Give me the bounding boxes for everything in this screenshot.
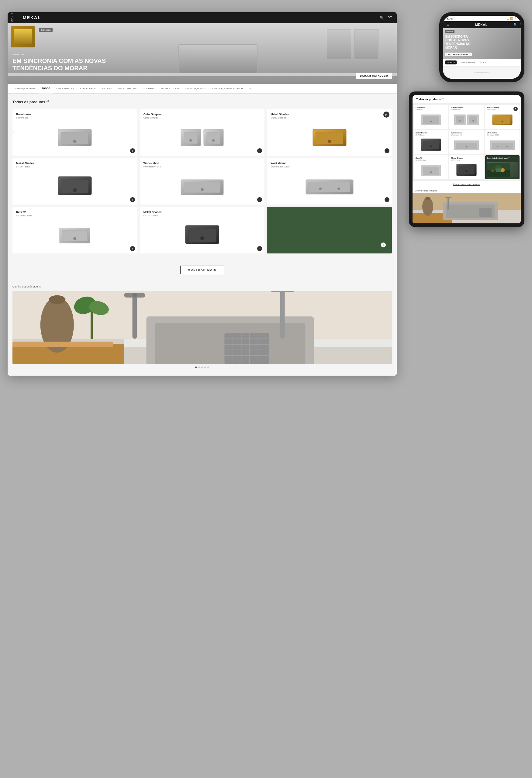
svg-point-110 [425,197,431,200]
gallery-dot-4[interactable] [204,367,206,368]
tablet-product-sub: LR 50 R3 Reta [415,159,446,161]
tablet-product-special[interactable]: Quer Mais Exclusividade? [485,155,520,179]
tab-todos[interactable]: TODOS [39,84,53,93]
svg-rect-108 [445,197,451,198]
add-to-compare-button[interactable]: + [130,246,135,251]
tablet-product-workstation-840[interactable]: Workstation Workstation 840 [449,130,484,154]
phone-hero-badge: Seriadas [445,30,454,33]
tablet-gallery-label: Confira outras imagens [412,188,521,193]
tablet-special-image [487,162,518,177]
tablet-product-mekal-shades-dark2[interactable]: Mekal Shades LR 70 Titânio [449,155,484,179]
gallery-image [12,291,392,364]
product-card-farmhouse[interactable]: F Farmhouse Farmhouse [12,109,137,156]
hero-thumbnail-inner [14,29,32,45]
product-name: Cuba Simples [144,113,261,116]
gallery-dot-3[interactable] [201,367,203,368]
product-image [271,122,388,152]
phone-download-catalog-button[interactable]: BAIXAR CATÁLOGO ↓ [445,53,472,56]
tab-reta-r3[interactable]: RETA R3 [99,84,115,93]
product-card-mekal-shades-titanio[interactable]: Mekal Shades LR 70 Titânio [12,158,137,205]
tablet-product-farmhouse[interactable]: Farmhouse Farmhouse [414,105,448,129]
tablet-product-name: Workstation [487,132,518,134]
hero-countertop [8,73,397,76]
tablet-product-reta-r3[interactable]: Reta R3 LR 50 R3 Reta [414,155,448,179]
add-to-compare-button[interactable]: + [130,148,135,153]
tab-cuba-dupla[interactable]: CUBA DUPLA [77,84,99,93]
product-card-workstation-1260[interactable]: Workstation Workstation 1260 [267,158,392,205]
add-to-compare-button[interactable]: + [385,197,389,202]
svg-point-82 [466,146,468,148]
workstation-1260-svg [305,175,354,196]
product-subtitle: LR 50 R3 Reta [16,214,134,217]
svg-point-76 [502,121,504,123]
tab-canal-equipado-match[interactable]: CANAL EQUIPADO MATCH [210,84,246,93]
product-card-cuba-simples[interactable]: Cuba Simples Cuba Simples [140,109,265,156]
phone-tab-cuba-simples[interactable]: CUBA SIMPLES [458,61,477,64]
language-selector[interactable]: PT [388,16,392,19]
gallery-dot-2[interactable] [198,367,200,368]
phone-search-icon[interactable]: 🔍 [514,23,517,26]
tab-mekal-shades[interactable]: MEKAL SHADES [115,84,140,93]
farmhouse-sink-svg [55,125,94,149]
browser-topbar: MENU MEKAL 🔍 PT [8,12,397,23]
tab-cuba-simples[interactable]: CUBA SIMPLES [53,84,77,93]
svg-rect-66 [423,116,439,124]
product-name: Reta R3 [16,211,134,214]
svg-point-19 [201,188,204,191]
video-button[interactable]: ▶ [383,111,389,118]
add-to-compare-button[interactable]: + [385,148,389,153]
sidebar-letter: F [12,131,15,133]
svg-point-87 [507,146,508,147]
tablet-special-svg [487,162,510,177]
tab-next-arrow[interactable]: → [246,84,254,93]
phone-tab-cuba[interactable]: CUBA [478,61,487,64]
phone-tab-todos[interactable]: TODOS [445,61,457,64]
add-to-compare-button[interactable]: + [257,246,262,251]
add-to-compare-button[interactable]: + [381,242,386,247]
product-card-mekal-shades-gold[interactable]: Mekal Shades Mekal Shades ▶ [267,109,392,156]
add-to-compare-button[interactable]: + [257,197,262,202]
download-catalog-button[interactable]: BAIXAR CATÁLOGO [356,73,392,79]
phone-status-icons: ▲ 📶 🔋 [507,17,517,20]
svg-point-67 [430,121,432,123]
gallery-dot-5[interactable] [207,367,209,368]
product-name: Mekal Shades [271,113,388,116]
svg-rect-36 [12,344,124,364]
product-card-workstation-840[interactable]: Workstation Workstation 840 [140,158,265,205]
tablet-product-mekal-shades-gold[interactable]: Mekal Shades Mekal Shades ▶ [485,105,520,129]
tab-gourmet[interactable]: GOURMET [140,84,158,93]
svg-rect-75 [494,116,511,124]
product-card-reta-r3[interactable]: Reta R3 LR 50 R3 Reta [12,207,137,253]
svg-point-12 [328,140,331,143]
tablet-product-name: Mekal Shades [451,157,482,159]
search-icon[interactable]: 🔍 [380,16,384,20]
tablet-product-workstation-1260[interactable]: Workstation Workstation 1260 [485,130,520,154]
product-card-mekal-shades-dark2[interactable]: Mekal Shades LR 70 Titânio [140,207,265,253]
gallery-dots [12,364,392,371]
tablet-product-name: Mekal Shades [487,107,518,108]
tablet-product-mekal-shades-dark[interactable]: Mekal Shades LR 70 Titânio [414,130,448,154]
add-to-compare-button[interactable]: + [257,148,262,153]
phone-menu-icon[interactable]: ☰ [447,23,449,26]
svg-point-56 [49,295,65,304]
tablet-product-sub: Mekal Shades [487,109,518,110]
tablet-product-image [451,137,482,152]
tablet-product-image [451,112,482,127]
svg-rect-5 [184,132,198,144]
tablet-video-btn[interactable]: ▶ [514,107,518,111]
add-to-compare-button[interactable]: + [130,197,135,202]
tablet-product-sub: Cuba Simples [451,109,482,110]
workstation-840-svg [179,173,225,198]
tab-canal-equipado[interactable]: CANAL EQUIPADO [182,84,209,93]
svg-rect-69 [456,116,464,124]
kitchen-gallery-svg [12,291,392,364]
gallery-dot-1[interactable] [195,367,197,368]
phone-nav: TODOS CUBA SIMPLES CUBA [443,59,521,67]
tablet-product-cuba-simples[interactable]: Cuba Simples Cuba Simples [449,105,484,129]
tablet-product-name: Mekal Shades [415,132,446,134]
svg-point-79 [430,145,432,147]
show-more-button[interactable]: MOSTRAR MAIS [180,265,224,274]
tab-workstation[interactable]: WORKSTATION [158,84,182,93]
product-subtitle: Cuba Simples [144,116,261,119]
product-card-special[interactable]: + [267,207,392,253]
